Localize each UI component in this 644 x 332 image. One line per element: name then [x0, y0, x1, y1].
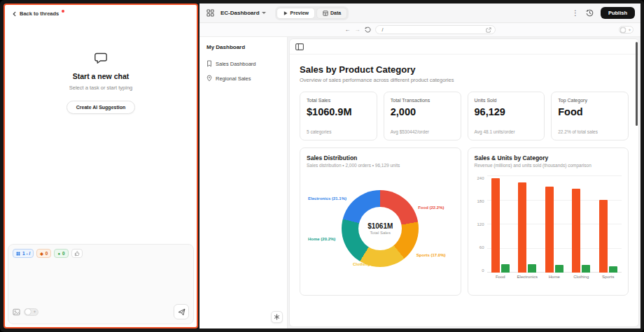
bar-chart: 060120180240 FoodElectronicsHomeClothing… [475, 176, 622, 279]
table-icon [323, 10, 328, 16]
bar-units-home [555, 265, 564, 273]
stat-card-units-sold: Units Sold 96,129 Avg 48.1 units/order [468, 92, 545, 140]
stat-label: Total Transactions [391, 98, 454, 103]
y-tick-label: 120 [477, 222, 484, 226]
x-tick-label: Clothing [568, 275, 595, 279]
donut-center: $1061M Total Sales [358, 207, 402, 250]
history-icon[interactable] [584, 8, 595, 18]
stat-cards: Total Sales $1060.9M 5 categories Total … [300, 92, 629, 140]
stat-foot: Avg 48.1 units/order [475, 129, 538, 134]
paper-plane-icon [178, 308, 186, 316]
dashboard-sidebar: My Dashboard Sales Dashboard Regional Sa… [200, 37, 288, 329]
main-area: EC-Dashboard Preview Data ⋮ Publish [200, 3, 640, 329]
nav-group: ← → / [345, 25, 496, 34]
stat-card-top-category: Top Category Food 22.2% of total sales [551, 92, 629, 140]
publish-button[interactable]: Publish [601, 7, 635, 19]
x-tick-label: Electronics [514, 275, 541, 279]
stat-foot: 22.2% of total sales [558, 129, 622, 134]
toggle-knob [620, 27, 626, 33]
dot-icon: ● [57, 252, 60, 256]
data-tab[interactable]: Data [316, 8, 347, 19]
project-switcher[interactable]: EC-Dashboard [220, 10, 266, 16]
chevron-down-icon [262, 12, 266, 14]
data-label: Data [330, 10, 341, 15]
stat-label: Top Category [558, 98, 622, 103]
nav-back-icon[interactable]: ← [345, 27, 351, 33]
bar-units-sports [609, 266, 617, 273]
bar-group-food [487, 176, 514, 273]
preview-tab[interactable]: Preview [276, 8, 315, 19]
url-path: / [382, 27, 384, 32]
sidebar-title: My Dashboard [206, 44, 280, 50]
canvas-toolbar [290, 39, 638, 55]
chevron-left-icon [12, 11, 17, 17]
y-tick-label: 0 [482, 268, 484, 273]
preview-navbar: ← → / ✦ [200, 23, 640, 37]
chat-text-input[interactable] [13, 258, 189, 304]
y-tick-label: 60 [479, 245, 484, 250]
page-title: Sales by Product Category [300, 64, 629, 75]
grid-icon [16, 252, 20, 256]
apps-grid-icon[interactable] [205, 8, 216, 18]
bar-groups [487, 176, 622, 273]
chart-subtitle: Sales distribution • 2,000 orders • 96,1… [307, 163, 454, 168]
toggle-knob [25, 309, 31, 315]
panel-left-icon[interactable] [295, 43, 304, 50]
send-button[interactable] [174, 304, 189, 319]
sales-units-card: Sales & Units by Category Revenue (milli… [468, 147, 629, 296]
bar-plot-column: FoodElectronicsHomeClothingSports [487, 176, 622, 279]
chat-badges: 1 - / ◆ 0 ● 0 [13, 249, 189, 258]
theme-toggle[interactable]: ✦ [619, 26, 634, 34]
bookmark-icon [206, 60, 212, 67]
image-attach-icon[interactable] [13, 308, 20, 316]
toolbar-right: ⋮ Publish [572, 7, 635, 19]
stat-value: 2,000 [391, 106, 454, 117]
scrollbar-thumb[interactable] [636, 42, 638, 126]
sparkle-icon: ✦ [628, 28, 631, 32]
warning-badge[interactable]: ◆ 0 [36, 249, 51, 258]
success-count: 0 [62, 251, 65, 256]
bar-revenue-sports [599, 200, 608, 273]
stat-value: $1060.9M [307, 106, 370, 117]
back-to-threads[interactable]: Back to threads [5, 5, 197, 22]
bar-group-electronics [514, 176, 541, 273]
success-badge[interactable]: ● 0 [54, 249, 68, 258]
chat-empty-title: Start a new chat [73, 72, 130, 80]
bar-x-labels: FoodElectronicsHomeClothingSports [487, 275, 622, 279]
donut-area: $1061M Total Sales Food (22.2%)Sports (1… [307, 171, 454, 286]
view-segmented-control: Preview Data [275, 6, 349, 20]
external-link-icon[interactable] [486, 27, 491, 33]
bar-y-axis: 060120180240 [475, 176, 487, 273]
content-area: My Dashboard Sales Dashboard Regional Sa… [200, 37, 640, 329]
stat-foot: 5 categories [307, 129, 370, 134]
bar-units-food [501, 264, 510, 273]
stat-value: 96,129 [475, 106, 538, 117]
donut-slice-label: Sports (17.0%) [416, 253, 446, 257]
url-bar[interactable]: / [375, 25, 496, 34]
donut-slice-label: Clothing (19.6%) [353, 262, 386, 266]
widgets-button[interactable] [271, 311, 283, 323]
y-tick-label: 180 [477, 199, 484, 203]
chat-empty-state: Start a new chat Select a task or start … [5, 52, 197, 114]
back-label: Back to threads [20, 10, 59, 17]
chat-empty-subtitle: Select a task or start typing [69, 85, 132, 91]
bar-revenue-home [545, 187, 554, 273]
stat-label: Units Sold [475, 98, 538, 103]
nav-forward-icon[interactable]: → [355, 27, 360, 33]
more-menu-icon[interactable]: ⋮ [572, 10, 579, 17]
canvas-wrap: Sales by Product Category Overview of sa… [288, 37, 640, 329]
donut-center-value: $1061M [368, 222, 393, 230]
sidebar-item-label: Sales Dashboard [216, 61, 256, 67]
ai-mode-toggle[interactable]: ✦ [24, 308, 38, 316]
sidebar-item-regional-sales[interactable]: Regional Sales [206, 75, 280, 82]
sidebar-item-sales-dashboard[interactable]: Sales Dashboard [206, 60, 280, 67]
x-tick-label: Home [541, 275, 568, 279]
create-ai-suggestion-button[interactable]: Create AI Suggestion [66, 101, 136, 114]
chart-title: Sales Distribution [307, 154, 454, 161]
play-icon [283, 10, 288, 16]
context-badge[interactable]: 1 - / [13, 249, 34, 258]
like-badge[interactable] [71, 249, 83, 258]
refresh-icon[interactable] [365, 27, 371, 33]
bar-group-home [541, 176, 568, 273]
y-tick-label: 240 [477, 176, 484, 180]
